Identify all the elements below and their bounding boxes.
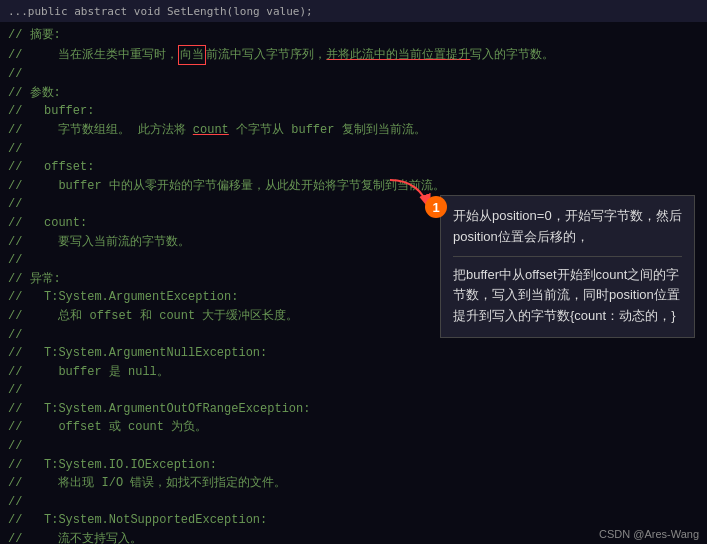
code-line: // buffer: [8,102,699,121]
annotation-popup: 开始从position=0，开始写字节数，然后position位置会后移的， 把… [440,195,695,338]
code-line: // [8,140,699,159]
code-line: // [8,437,699,456]
annotation-divider [453,256,682,257]
code-line: // T:System.ArgumentOutOfRangeException: [8,400,699,419]
editor-container: ...public abstract void SetLength(long v… [0,0,707,544]
code-line: // T:System.ArgumentNullException: [8,344,699,363]
code-line: // T:System.IO.IOException: [8,456,699,475]
annotation-text-1: 开始从position=0，开始写字节数，然后position位置会后移的， [453,206,682,248]
top-bar: ...public abstract void SetLength(long v… [0,0,707,22]
code-line: // 摘要: [8,26,699,45]
code-line: // 参数: [8,84,699,103]
code-line: // buffer 是 null。 [8,363,699,382]
code-line: // T:System.NotSupportedException: [8,511,699,530]
code-line: // [8,65,699,84]
watermark: CSDN @Ares-Wang [599,528,699,540]
top-bar-text: ...public abstract void SetLength(long v… [8,5,313,18]
annotation-badge: 1 [425,196,447,218]
code-line: // 当在派生类中重写时，向当前流中写入字节序列，并将此流中的当前位置提升写入的… [8,45,699,66]
code-line: // buffer 中的从零开始的字节偏移量，从此处开始将字节复制到当前流。 [8,177,699,196]
code-line: // offset 或 count 为负。 [8,418,699,437]
annotation-text-2: 把buffer中从offset开始到count之间的字节数，写入到当前流，同时p… [453,265,682,327]
code-line: // [8,381,699,400]
code-line: // [8,493,699,512]
code-line: // offset: [8,158,699,177]
code-line: // 将出现 I/O 错误，如找不到指定的文件。 [8,474,699,493]
code-line: // 流不支持写入。 [8,530,699,544]
code-line: // 字节数组组。 此方法将 count 个字节从 buffer 复制到当前流。 [8,121,699,140]
